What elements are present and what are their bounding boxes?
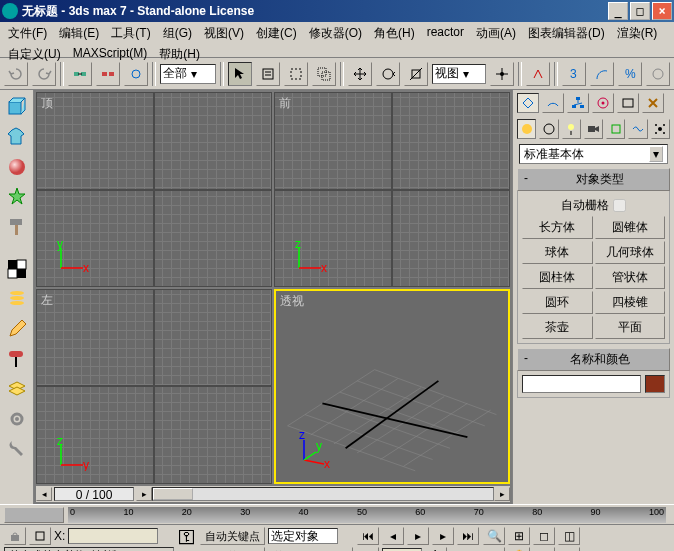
- menu-edit[interactable]: 编辑(E): [57, 24, 101, 43]
- rotate-tool-icon[interactable]: [376, 62, 400, 86]
- menu-file[interactable]: 文件(F): [6, 24, 49, 43]
- menu-group[interactable]: 组(G): [161, 24, 194, 43]
- geosphere-button[interactable]: 几何球体: [595, 241, 666, 264]
- motion-tab-icon[interactable]: [592, 93, 614, 113]
- absolute-transform-icon[interactable]: [29, 527, 51, 545]
- lights-subtype-icon[interactable]: [562, 119, 581, 139]
- scroll-left-icon[interactable]: ◂: [36, 487, 52, 501]
- select-by-name-icon[interactable]: [256, 62, 280, 86]
- spacewarps-subtype-icon[interactable]: [628, 119, 647, 139]
- menu-grapheditor[interactable]: 图表编辑器(D): [526, 24, 607, 43]
- maximize-viewport-icon[interactable]: ⊡: [558, 547, 580, 551]
- box-button[interactable]: 长方体: [522, 216, 593, 239]
- modify-tab-icon[interactable]: [542, 93, 564, 113]
- box-primitive-icon[interactable]: [4, 94, 30, 120]
- menu-create[interactable]: 创建(C): [254, 24, 299, 43]
- cylinder-button[interactable]: 圆柱体: [522, 266, 593, 289]
- sphere-button[interactable]: 球体: [522, 241, 593, 264]
- pivot-center-icon[interactable]: [490, 62, 514, 86]
- spinner-snap-icon[interactable]: [646, 62, 670, 86]
- lock-selection-icon[interactable]: [4, 527, 26, 545]
- hammer-icon[interactable]: [4, 214, 30, 240]
- selection-filter-dropdown[interactable]: 全部▾: [160, 64, 216, 84]
- key-mode-icon[interactable]: ⊙: [357, 547, 379, 551]
- zoom-all-icon[interactable]: ⊞: [508, 527, 530, 545]
- zoom-icon[interactable]: 🔍: [483, 527, 505, 545]
- wrench-icon[interactable]: [4, 436, 30, 462]
- gear-icon[interactable]: [4, 406, 30, 432]
- select-tool-icon[interactable]: [228, 62, 252, 86]
- scroll-end-right-icon[interactable]: ▸: [494, 487, 510, 501]
- scroll-track[interactable]: [152, 487, 494, 501]
- shapes-subtype-icon[interactable]: [539, 119, 558, 139]
- snap-toggle-icon[interactable]: 3: [562, 62, 586, 86]
- set-key-button[interactable]: 设置关键点: [200, 547, 265, 551]
- play-icon[interactable]: ▸: [407, 527, 429, 545]
- pencil-icon[interactable]: [4, 316, 30, 342]
- move-tool-icon[interactable]: [348, 62, 372, 86]
- menu-animation[interactable]: 动画(A): [474, 24, 518, 43]
- minimize-button[interactable]: _: [608, 2, 628, 20]
- key-filters-button[interactable]: 关键点过滤器...: [268, 547, 353, 551]
- prev-frame-icon[interactable]: ◂: [382, 527, 404, 545]
- menu-view[interactable]: 视图(V): [202, 24, 246, 43]
- field-of-view-icon[interactable]: ▱: [483, 547, 505, 551]
- maximize-button[interactable]: □: [630, 2, 650, 20]
- display-tab-icon[interactable]: [617, 93, 639, 113]
- create-tab-icon[interactable]: [517, 93, 539, 113]
- scale-tool-icon[interactable]: [404, 62, 428, 86]
- key-target-dropdown[interactable]: 选定对象: [268, 528, 338, 544]
- menu-modifiers[interactable]: 修改器(O): [307, 24, 364, 43]
- sphere-icon[interactable]: [4, 154, 30, 180]
- pyramid-button[interactable]: 四棱锥: [595, 291, 666, 314]
- layers-icon[interactable]: [4, 376, 30, 402]
- scroll-thumb[interactable]: [153, 488, 193, 500]
- key-icon[interactable]: ⚿: [178, 527, 196, 548]
- viewport-top[interactable]: 顶 yx: [36, 92, 272, 287]
- redo-icon[interactable]: [32, 62, 56, 86]
- cameras-subtype-icon[interactable]: [584, 119, 603, 139]
- teapot-button[interactable]: 茶壶: [522, 316, 593, 339]
- systems-subtype-icon[interactable]: [651, 119, 670, 139]
- checker-icon[interactable]: [4, 256, 30, 282]
- percent-snap-icon[interactable]: %: [618, 62, 642, 86]
- roller-icon[interactable]: [4, 346, 30, 372]
- object-color-swatch[interactable]: [645, 375, 665, 393]
- rollout-header[interactable]: -对象类型: [517, 168, 670, 191]
- cone-button[interactable]: 圆锥体: [595, 216, 666, 239]
- helpers-subtype-icon[interactable]: [606, 119, 625, 139]
- pan-icon[interactable]: ✋: [508, 547, 530, 551]
- zoom-extents-icon[interactable]: ◻: [533, 527, 555, 545]
- utilities-tab-icon[interactable]: [642, 93, 664, 113]
- plane-button[interactable]: 平面: [595, 316, 666, 339]
- star-icon[interactable]: [4, 184, 30, 210]
- torus-button[interactable]: 圆环: [522, 291, 593, 314]
- x-coord-field[interactable]: [68, 528, 158, 544]
- reference-coord-dropdown[interactable]: 视图▾: [432, 64, 486, 84]
- arc-rotate-icon[interactable]: ⟲: [533, 547, 555, 551]
- rollout-header[interactable]: -名称和颜色: [517, 348, 670, 371]
- select-region-icon[interactable]: [284, 62, 308, 86]
- zoom-extents-all-icon[interactable]: ◫: [558, 527, 580, 545]
- cylinder-stack-icon[interactable]: [4, 286, 30, 312]
- undo-icon[interactable]: [4, 62, 28, 86]
- manipulate-icon[interactable]: [526, 62, 550, 86]
- next-frame-icon[interactable]: ▸: [432, 527, 454, 545]
- menu-character[interactable]: 角色(H): [372, 24, 417, 43]
- hierarchy-tab-icon[interactable]: [567, 93, 589, 113]
- unlink-icon[interactable]: [96, 62, 120, 86]
- scroll-right-icon[interactable]: ▸: [136, 487, 152, 501]
- auto-key-button[interactable]: 自动关键点: [200, 527, 265, 545]
- time-config-icon[interactable]: ⏱: [425, 547, 447, 551]
- menu-reactor[interactable]: reactor: [425, 24, 466, 43]
- bind-icon[interactable]: [124, 62, 148, 86]
- goto-start-icon[interactable]: ⏮: [357, 527, 379, 545]
- tube-button[interactable]: 管状体: [595, 266, 666, 289]
- geometry-subtype-icon[interactable]: [517, 119, 536, 139]
- close-button[interactable]: ×: [652, 2, 672, 20]
- menu-render[interactable]: 渲染(R): [615, 24, 660, 43]
- time-slider[interactable]: [4, 507, 64, 523]
- menu-help[interactable]: 帮助(H): [157, 45, 202, 64]
- viewport-perspective[interactable]: 透视 zxy: [274, 289, 510, 484]
- goto-end-icon[interactable]: ⏭: [457, 527, 479, 545]
